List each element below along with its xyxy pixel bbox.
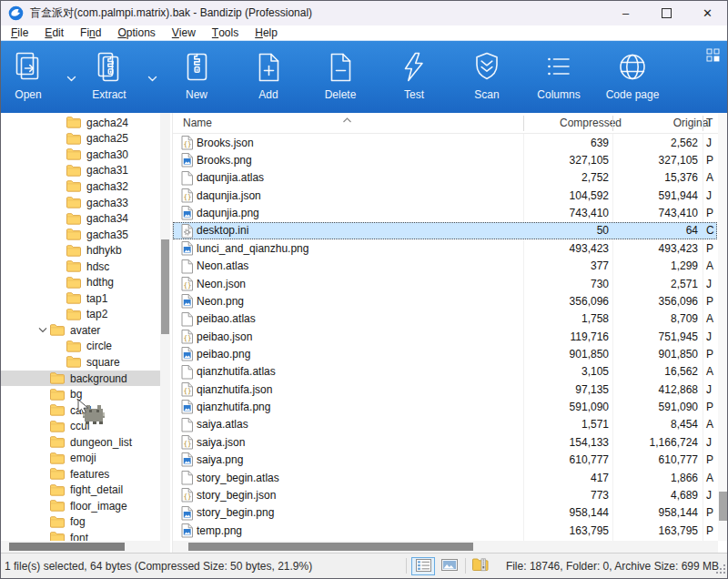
list-vertical-scrollbar[interactable] xyxy=(718,113,728,541)
file-row[interactable]: saiya.png610,777610,777P xyxy=(173,451,717,468)
column-header-type[interactable]: T xyxy=(706,117,713,129)
tree-item-font[interactable]: font xyxy=(0,530,160,541)
file-row[interactable]: {}story_begin.json7734,689J xyxy=(173,486,717,503)
tree-item-gacha33[interactable]: gacha33 xyxy=(0,195,160,211)
json-file-icon: {} xyxy=(181,277,193,294)
file-row[interactable]: Neon.png356,096356,096P xyxy=(173,292,717,310)
menu-item-options[interactable]: Options xyxy=(109,25,163,40)
scan-button[interactable]: Scan xyxy=(446,50,528,101)
menu-item-edit[interactable]: Edit xyxy=(36,25,72,40)
file-row[interactable]: {}saiya.json154,1331,166,724J xyxy=(173,433,717,451)
sidebar-hscroll-thumb[interactable] xyxy=(9,543,125,551)
minimize-button[interactable]: – xyxy=(605,0,646,25)
tree-item-gacha35[interactable]: gacha35 xyxy=(0,227,160,243)
column-divider[interactable] xyxy=(703,116,703,131)
file-row[interactable]: story_begin.png958,144958,144P xyxy=(173,504,717,522)
tree-item-fight_detail[interactable]: fight_detail xyxy=(0,482,160,499)
column-divider[interactable] xyxy=(612,116,613,131)
file-name: saiya.json xyxy=(197,436,245,449)
tree-item-hdhykb[interactable]: hdhykb xyxy=(0,242,160,259)
tree-item-gacha25[interactable]: gacha25 xyxy=(0,131,160,147)
resize-grip[interactable] xyxy=(716,564,726,577)
open-button[interactable]: Open xyxy=(0,50,69,101)
tree-item-gacha31[interactable]: gacha31 xyxy=(0,163,160,179)
menu-item-tools[interactable]: Tools xyxy=(204,25,247,40)
tree-indent xyxy=(0,361,66,362)
file-compressed-size: 3,105 xyxy=(581,365,609,378)
tree-item-gacha32[interactable]: gacha32 xyxy=(0,178,160,195)
tree-item-floor_image[interactable]: floor_image xyxy=(0,498,160,514)
file-row[interactable]: {}Neon.json7302,571J xyxy=(173,275,717,292)
code-page-button[interactable]: Code page xyxy=(592,50,673,101)
file-row[interactable]: saiya.atlas1,5718,454A xyxy=(173,416,717,433)
file-row[interactable]: {}Brooks.json6392,562J xyxy=(173,134,717,151)
tree-item-gacha24[interactable]: gacha24 xyxy=(0,115,160,131)
file-row[interactable]: temp.png163,795163,795P xyxy=(173,522,717,539)
details-view-button[interactable] xyxy=(411,557,435,575)
file-compressed-size: 1,571 xyxy=(581,418,609,431)
file-row[interactable]: Neon.atlas3771,299A xyxy=(173,258,717,275)
test-button[interactable]: Test xyxy=(373,50,455,101)
thumbnails-view-button[interactable] xyxy=(438,557,461,575)
file-row[interactable]: {}peibao.json119,716751,945J xyxy=(173,328,717,345)
toolbar-button-label: New xyxy=(156,88,238,101)
file-row[interactable]: {}qianzhutifa.json97,135412,868J xyxy=(173,381,717,398)
file-row[interactable]: Brooks.png327,105327,105P xyxy=(173,151,717,168)
tree-item-hdthg[interactable]: hdthg xyxy=(0,274,160,290)
menu-item-help[interactable]: Help xyxy=(247,25,286,40)
file-name: daqunjia.png xyxy=(197,207,259,219)
file-row[interactable]: qianzhutifa.png591,090591,090P xyxy=(173,398,717,415)
tree-item-circle[interactable]: circle xyxy=(0,339,160,355)
tree-item-fog[interactable]: fog xyxy=(0,514,160,531)
tree-item-square[interactable]: square xyxy=(0,354,160,371)
file-row[interactable]: story_begin.atlas4171,866A xyxy=(173,469,717,486)
tree-item-gacha30[interactable]: gacha30 xyxy=(0,147,160,163)
tree-item-avater[interactable]: avater xyxy=(0,322,160,339)
new-button[interactable]: New xyxy=(156,50,238,101)
maximize-button[interactable] xyxy=(646,0,687,25)
layout-grid-icon[interactable] xyxy=(706,48,720,66)
tree-item-tap2[interactable]: tap2 xyxy=(0,307,160,323)
file-row[interactable]: peibao.atlas1,7588,709A xyxy=(173,310,717,328)
close-button[interactable]: ✕ xyxy=(687,0,728,25)
list-hscroll-thumb[interactable] xyxy=(188,543,473,551)
file-original-size: 591,090 xyxy=(659,401,698,413)
file-row[interactable]: peibao.png901,850901,850P xyxy=(173,345,717,362)
delete-button[interactable]: Delete xyxy=(299,50,381,101)
tree-expand-chevron-icon[interactable] xyxy=(35,327,50,333)
file-row[interactable]: desktop.ini5064C xyxy=(173,222,717,239)
file-row[interactable]: daqunjia.atlas2,75215,376A xyxy=(173,169,717,187)
tree-item-gacha34[interactable]: gacha34 xyxy=(0,210,160,227)
extract-button[interactable]: Extract xyxy=(68,50,150,101)
file-original-size: 412,868 xyxy=(659,383,698,396)
file-row[interactable]: {}daqunjia.json104,592591,944J xyxy=(173,187,717,204)
column-header-original[interactable]: Original xyxy=(673,117,711,129)
tree-item-dungeon_list[interactable]: dungeon_list xyxy=(0,434,160,451)
sidebar-vertical-scrollbar[interactable] xyxy=(160,113,170,541)
menu-item-find[interactable]: Find xyxy=(72,25,109,40)
menu-item-file[interactable]: File xyxy=(3,25,36,40)
tree-item-hdsc[interactable]: hdsc xyxy=(0,259,160,275)
tree-item-emoji[interactable]: emoji xyxy=(0,450,160,466)
tree-indent xyxy=(0,202,66,203)
tree-item-features[interactable]: features xyxy=(0,466,160,482)
file-row[interactable]: daqunjia.png743,410743,410P xyxy=(173,204,717,221)
file-type-initial: C xyxy=(706,224,717,237)
sidebar-vscroll-thumb[interactable] xyxy=(161,239,169,334)
list-vscroll-thumb[interactable] xyxy=(719,492,727,521)
archive-folder-button[interactable] xyxy=(469,557,492,575)
menu-item-view[interactable]: View xyxy=(164,25,204,40)
file-type-initial: P xyxy=(706,348,717,361)
sidebar-horizontal-scrollbar[interactable] xyxy=(0,541,170,553)
column-divider[interactable] xyxy=(523,116,524,131)
tree-item-tap1[interactable]: tap1 xyxy=(0,290,160,307)
file-original-size: 493,423 xyxy=(659,242,698,255)
file-row[interactable]: qianzhutifa.atlas3,10516,562A xyxy=(173,363,717,381)
list-horizontal-scrollbar[interactable] xyxy=(173,541,718,553)
tree-item-background[interactable]: background xyxy=(0,371,160,387)
file-row[interactable]: lunci_and_qianzhu.png493,423493,423P xyxy=(173,239,717,257)
columns-button[interactable]: Columns xyxy=(518,50,600,101)
column-header-name[interactable]: Name xyxy=(183,117,212,129)
png-file-icon xyxy=(181,206,193,223)
add-button[interactable]: Add xyxy=(228,50,309,101)
